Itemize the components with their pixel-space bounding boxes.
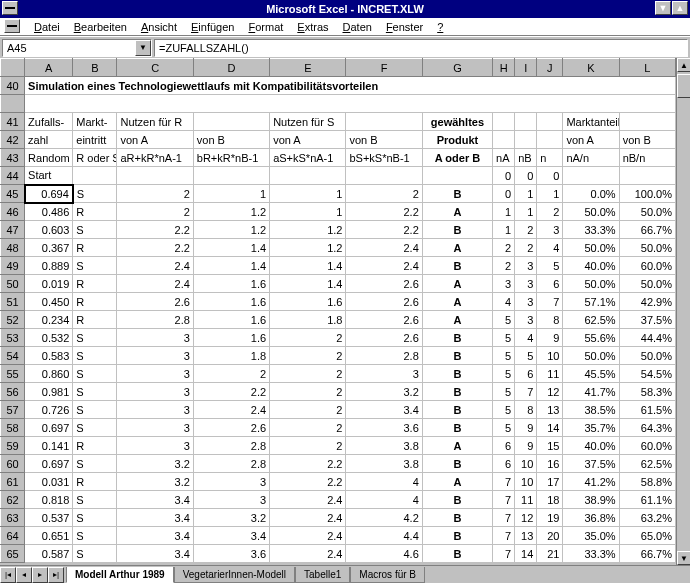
cell-H42[interactable] bbox=[493, 131, 515, 149]
cell-A48[interactable]: 0.367 bbox=[25, 239, 73, 257]
cell-B60[interactable]: S bbox=[73, 455, 117, 473]
cell-F60[interactable]: 3.8 bbox=[346, 455, 422, 473]
cell-B58[interactable]: S bbox=[73, 419, 117, 437]
cell-A53[interactable]: 0.532 bbox=[25, 329, 73, 347]
cell-D66[interactable]: 3.8 bbox=[193, 563, 269, 564]
cell-G50[interactable]: A bbox=[422, 275, 492, 293]
cell-E62[interactable]: 2.4 bbox=[270, 491, 346, 509]
cell-L41[interactable] bbox=[619, 113, 675, 131]
cell-D58[interactable]: 2.6 bbox=[193, 419, 269, 437]
cell-G61[interactable]: A bbox=[422, 473, 492, 491]
cell-D65[interactable]: 3.6 bbox=[193, 545, 269, 563]
cell-E49[interactable]: 1.4 bbox=[270, 257, 346, 275]
cell-I55[interactable]: 6 bbox=[515, 365, 537, 383]
cell-C60[interactable]: 3.2 bbox=[117, 455, 193, 473]
cell-J63[interactable]: 19 bbox=[537, 509, 563, 527]
cell-K57[interactable]: 38.5% bbox=[563, 401, 619, 419]
cell-D50[interactable]: 1.6 bbox=[193, 275, 269, 293]
row-header-50[interactable]: 50 bbox=[1, 275, 25, 293]
scroll-down-button[interactable]: ▼ bbox=[677, 551, 690, 565]
cell-E58[interactable]: 2 bbox=[270, 419, 346, 437]
cell-F53[interactable]: 2.6 bbox=[346, 329, 422, 347]
cell-J48[interactable]: 4 bbox=[537, 239, 563, 257]
cell-D64[interactable]: 3.4 bbox=[193, 527, 269, 545]
cell-D61[interactable]: 3 bbox=[193, 473, 269, 491]
cell-A45[interactable]: 0.694 bbox=[25, 185, 73, 203]
cell-B52[interactable]: R bbox=[73, 311, 117, 329]
cell-H43[interactable]: nA bbox=[493, 149, 515, 167]
cell-D47[interactable]: 1.2 bbox=[193, 221, 269, 239]
cell-K60[interactable]: 37.5% bbox=[563, 455, 619, 473]
cell-B59[interactable]: R bbox=[73, 437, 117, 455]
cell-F54[interactable]: 2.8 bbox=[346, 347, 422, 365]
menu-einfügen[interactable]: Einfügen bbox=[191, 18, 234, 35]
cell-B66[interactable]: R bbox=[73, 563, 117, 564]
cell-I42[interactable] bbox=[515, 131, 537, 149]
cell-L59[interactable]: 60.0% bbox=[619, 437, 675, 455]
menu-ansicht[interactable]: Ansicht bbox=[141, 18, 177, 35]
cell-H61[interactable]: 7 bbox=[493, 473, 515, 491]
cell-L64[interactable]: 65.0% bbox=[619, 527, 675, 545]
cell-G43[interactable]: A oder B bbox=[422, 149, 492, 167]
cell-I48[interactable]: 2 bbox=[515, 239, 537, 257]
cell-H55[interactable]: 5 bbox=[493, 365, 515, 383]
cell-I46[interactable]: 1 bbox=[515, 203, 537, 221]
sheet-tab-3[interactable]: Macros für B bbox=[350, 567, 425, 583]
cell-B51[interactable]: R bbox=[73, 293, 117, 311]
cell-H58[interactable]: 5 bbox=[493, 419, 515, 437]
cell-D56[interactable]: 2.2 bbox=[193, 383, 269, 401]
cell-H47[interactable]: 1 bbox=[493, 221, 515, 239]
cell-B43[interactable]: R oder S bbox=[73, 149, 117, 167]
cell-L65[interactable]: 66.7% bbox=[619, 545, 675, 563]
cell-D42[interactable]: von B bbox=[193, 131, 269, 149]
cell-C58[interactable]: 3 bbox=[117, 419, 193, 437]
cell-A47[interactable]: 0.603 bbox=[25, 221, 73, 239]
cell-D43[interactable]: bR+kR*nB-1 bbox=[193, 149, 269, 167]
col-header-F[interactable]: F bbox=[346, 59, 422, 77]
cell-F43[interactable]: bS+kS*nB-1 bbox=[346, 149, 422, 167]
cell-J51[interactable]: 7 bbox=[537, 293, 563, 311]
cell-F56[interactable]: 3.2 bbox=[346, 383, 422, 401]
cell-A62[interactable]: 0.818 bbox=[25, 491, 73, 509]
cell-D52[interactable]: 1.6 bbox=[193, 311, 269, 329]
sheet-tab-2[interactable]: Tabelle1 bbox=[295, 567, 350, 583]
cell-G56[interactable]: B bbox=[422, 383, 492, 401]
cell-L46[interactable]: 50.0% bbox=[619, 203, 675, 221]
row-header-[interactable] bbox=[1, 95, 25, 113]
row-header-55[interactable]: 55 bbox=[1, 365, 25, 383]
cell-J64[interactable]: 20 bbox=[537, 527, 563, 545]
row-header-49[interactable]: 49 bbox=[1, 257, 25, 275]
tab-next-button[interactable]: ▸ bbox=[32, 567, 48, 583]
row-header-62[interactable]: 62 bbox=[1, 491, 25, 509]
cell-G44[interactable] bbox=[422, 167, 492, 185]
cell-F55[interactable]: 3 bbox=[346, 365, 422, 383]
cell-K56[interactable]: 41.7% bbox=[563, 383, 619, 401]
cell-B62[interactable]: S bbox=[73, 491, 117, 509]
menu-fenster[interactable]: Fenster bbox=[386, 18, 423, 35]
cell-B44[interactable] bbox=[73, 167, 117, 185]
cell-E65[interactable]: 2.4 bbox=[270, 545, 346, 563]
cell-J46[interactable]: 2 bbox=[537, 203, 563, 221]
cell-L56[interactable]: 58.3% bbox=[619, 383, 675, 401]
cell-C50[interactable]: 2.4 bbox=[117, 275, 193, 293]
cell-H56[interactable]: 5 bbox=[493, 383, 515, 401]
cell-K46[interactable]: 50.0% bbox=[563, 203, 619, 221]
cell-E48[interactable]: 1.2 bbox=[270, 239, 346, 257]
cell-F57[interactable]: 3.4 bbox=[346, 401, 422, 419]
row-header-44[interactable]: 44 bbox=[1, 167, 25, 185]
cell-K54[interactable]: 50.0% bbox=[563, 347, 619, 365]
cell-F66[interactable]: 4.8 bbox=[346, 563, 422, 564]
cell-J65[interactable]: 21 bbox=[537, 545, 563, 563]
cell-D53[interactable]: 1.6 bbox=[193, 329, 269, 347]
cell-I45[interactable]: 1 bbox=[515, 185, 537, 203]
cell-L48[interactable]: 50.0% bbox=[619, 239, 675, 257]
cell-K51[interactable]: 57.1% bbox=[563, 293, 619, 311]
cell-K49[interactable]: 40.0% bbox=[563, 257, 619, 275]
cell-K43[interactable]: nA/n bbox=[563, 149, 619, 167]
cell-B54[interactable]: S bbox=[73, 347, 117, 365]
cell-G52[interactable]: A bbox=[422, 311, 492, 329]
cell-A55[interactable]: 0.860 bbox=[25, 365, 73, 383]
cell-G59[interactable]: A bbox=[422, 437, 492, 455]
cell-L63[interactable]: 63.2% bbox=[619, 509, 675, 527]
cell-L62[interactable]: 61.1% bbox=[619, 491, 675, 509]
